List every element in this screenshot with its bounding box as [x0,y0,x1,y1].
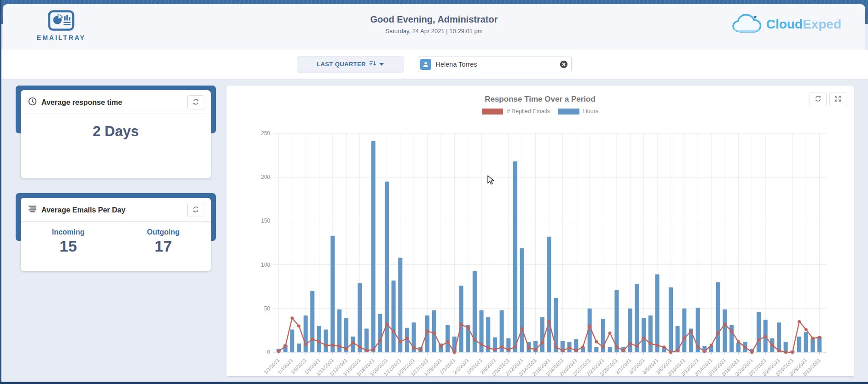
bar[interactable] [432,310,436,352]
legend-item[interactable]: Hours [558,107,598,116]
bar[interactable] [810,338,815,353]
line-point[interactable] [338,344,341,348]
bar[interactable] [797,337,801,352]
line-point[interactable] [493,348,497,351]
bar[interactable] [297,344,301,352]
bar[interactable] [513,161,517,352]
line-point[interactable] [318,340,321,344]
bar[interactable] [594,347,598,352]
line-point[interactable] [629,342,632,345]
bar[interactable] [520,248,524,352]
line-point[interactable] [588,325,591,328]
bar[interactable] [642,318,646,352]
bar[interactable] [784,342,788,352]
line-point[interactable] [378,339,382,343]
line-point[interactable] [730,330,733,333]
bar[interactable] [723,309,727,352]
line-point[interactable] [433,332,436,335]
line-point[interactable] [345,347,348,350]
bar[interactable] [777,322,781,352]
line-point[interactable] [656,344,659,347]
line-point[interactable] [723,323,727,326]
bar[interactable] [324,330,328,353]
line-point[interactable] [791,351,794,354]
refresh-button[interactable] [187,203,204,217]
line-point[interactable] [683,337,686,340]
brand-logo[interactable]: CloudExped [730,12,841,36]
line-point[interactable] [412,346,416,350]
line-point[interactable] [304,343,307,346]
response-time-chart[interactable]: 0501001502002501/1/20211/4/20211/6/20211… [234,117,846,376]
bar[interactable] [317,326,321,352]
bar[interactable] [304,315,308,352]
line-point[interactable] [440,344,443,348]
line-point[interactable] [649,342,652,345]
bar[interactable] [716,282,720,352]
line-point[interactable] [514,345,517,349]
line-point[interactable] [689,330,693,333]
line-point[interactable] [574,349,578,352]
chart-fullscreen-button[interactable] [829,92,846,106]
line-point[interactable] [534,348,537,351]
legend-item[interactable]: # Replied Emails [482,107,550,116]
line-point[interactable] [608,332,612,335]
line-point[interactable] [602,345,605,349]
line-point[interactable] [358,345,361,349]
bar[interactable] [358,283,362,352]
line-point[interactable] [622,349,625,352]
line-point[interactable] [548,320,551,323]
bar[interactable] [540,317,544,352]
line-point[interactable] [595,340,598,344]
line-point[interactable] [737,340,740,344]
bar[interactable] [669,287,673,352]
line-point[interactable] [507,348,510,351]
line-point[interactable] [676,349,679,352]
line-point[interactable] [331,344,335,347]
bar[interactable] [310,291,314,352]
line-point[interactable] [277,350,280,353]
line-point[interactable] [757,338,760,342]
line-point[interactable] [784,351,787,354]
bar[interactable] [365,329,369,352]
bar[interactable] [446,325,450,352]
bar[interactable] [608,347,612,352]
line-point[interactable] [636,344,639,348]
bar[interactable] [655,275,660,353]
bar[interactable] [392,281,396,352]
line-point[interactable] [372,348,375,351]
line-point[interactable] [392,330,395,333]
bar[interactable] [804,332,808,352]
chart-refresh-button[interactable] [810,92,827,106]
bar[interactable] [682,309,686,352]
line-point[interactable] [581,345,584,349]
line-point[interactable] [473,338,476,342]
period-dropdown[interactable]: LAST QUARTER [297,56,404,73]
bar[interactable] [736,343,741,352]
bar[interactable] [378,314,382,352]
line-point[interactable] [419,348,422,351]
line-point[interactable] [324,344,328,347]
line-point[interactable] [500,345,503,349]
line-point[interactable] [642,337,645,340]
bar[interactable] [547,237,551,352]
bar[interactable] [459,286,463,352]
line-point[interactable] [669,351,672,354]
line-point[interactable] [480,343,483,346]
line-point[interactable] [460,323,463,326]
line-point[interactable] [662,345,665,349]
line-point[interactable] [311,338,314,341]
search-input[interactable] [418,57,572,72]
line-point[interactable] [568,346,571,350]
line-point[interactable] [446,340,449,344]
line-point[interactable] [426,330,429,333]
bar[interactable] [757,312,761,352]
line-point[interactable] [290,316,294,320]
line-point[interactable] [405,337,409,340]
line-point[interactable] [352,341,355,344]
refresh-button[interactable] [187,95,204,109]
line-point[interactable] [284,344,287,348]
line-point[interactable] [541,341,544,344]
bar[interactable] [635,284,639,353]
line-point[interactable] [615,345,619,349]
line-point[interactable] [297,325,301,328]
